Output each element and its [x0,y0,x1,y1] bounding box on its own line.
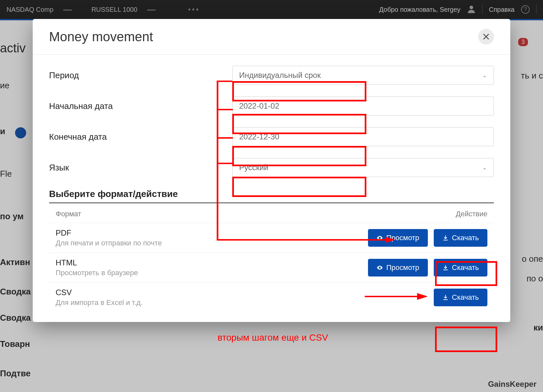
table-header: Формат Действие [49,205,494,223]
start-date-value: 2022-01-02 [239,101,279,111]
end-date-label: Конечная дата [49,132,232,142]
download-icon [442,294,449,301]
button-label: Скачать [452,263,479,272]
language-label: Язык [49,163,232,173]
download-icon [442,264,449,271]
preview-html-button[interactable]: Просмотр [368,259,428,276]
format-name: HTML [56,258,368,267]
eye-icon [377,235,383,241]
download-pdf-button[interactable]: Скачать [434,229,488,247]
language-value: Русский [239,163,268,172]
col-format: Формат [56,210,81,218]
download-html-button[interactable]: Скачать [434,259,488,276]
format-desc: Просмотреть в браузере [56,269,368,277]
col-action: Действие [456,210,487,218]
format-desc: Для печати и отправки по почте [56,239,368,247]
modal-title: Money movement [49,29,153,44]
close-button[interactable] [478,29,494,45]
button-label: Скачать [452,293,479,302]
format-row-html: HTML Просмотреть в браузере Просмотр Ска… [49,253,494,282]
chevron-down-icon: ⌄ [482,72,487,79]
eye-icon [377,264,383,271]
annotation-text: вторым шагом еще и CSV [218,332,328,343]
period-value: Индивидуальный срок [239,71,321,80]
download-csv-button[interactable]: Скачать [434,289,488,306]
format-name: PDF [56,228,368,238]
format-name: CSV [56,288,434,297]
start-date-input[interactable]: 2022-01-02 [232,97,494,116]
format-row-csv: CSV Для импорта в Excel и т.д. Скачать [49,282,494,312]
format-row-pdf: PDF Для печати и отправки по почте Просм… [49,223,494,253]
preview-pdf-button[interactable]: Просмотр [368,229,428,247]
button-label: Просмотр [386,234,419,242]
period-select[interactable]: Индивидуальный срок ⌄ [232,66,494,85]
close-icon [483,33,489,40]
download-icon [442,235,449,241]
money-movement-modal: Money movement Период Индивидуальный сро… [33,19,510,322]
period-label: Период [49,70,232,80]
section-divider [49,203,494,203]
format-desc: Для импорта в Excel и т.д. [56,298,434,307]
start-date-label: Начальная дата [49,101,232,111]
button-label: Просмотр [386,263,419,272]
modal-header: Money movement [33,19,510,55]
modal-body: Период Индивидуальный срок ⌄ Начальная д… [33,55,510,315]
end-date-value: 2022-12-30 [239,132,279,141]
chevron-down-icon: ⌄ [482,164,487,171]
modal-overlay: Money movement Период Индивидуальный сро… [0,0,543,392]
button-label: Скачать [452,234,479,242]
annotation-box [435,327,497,352]
end-date-input[interactable]: 2022-12-30 [232,127,494,146]
language-select[interactable]: Русский ⌄ [232,158,494,177]
format-section-title: Выберите формат/действие [49,189,494,199]
